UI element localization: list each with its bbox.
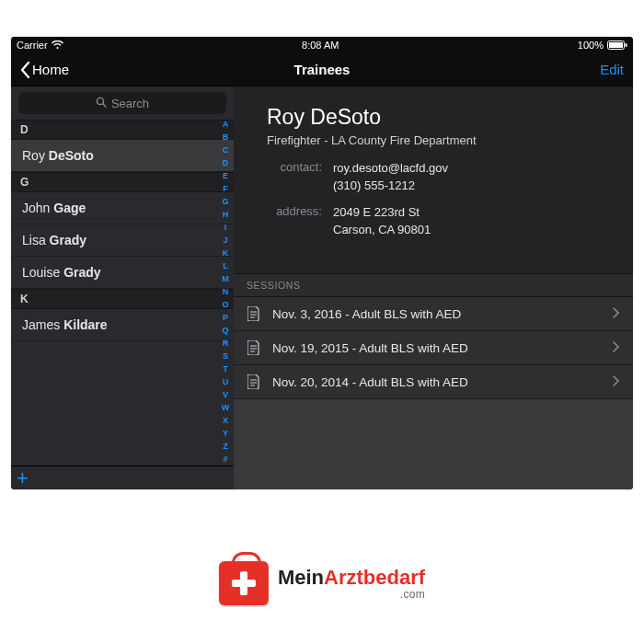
session-row[interactable]: Nov. 19, 2015 - Adult BLS with AED: [234, 331, 633, 365]
chevron-right-icon: [613, 307, 620, 321]
last-name: Kildare: [63, 317, 107, 332]
battery-full-icon: [607, 40, 627, 50]
index-letter[interactable]: A: [223, 118, 229, 131]
index-letter[interactable]: T: [223, 362, 228, 375]
sessions-header: SESSIONS: [234, 273, 633, 297]
edit-button[interactable]: Edit: [600, 62, 624, 77]
list-item[interactable]: John Gage: [11, 192, 234, 224]
search-icon: [96, 97, 107, 110]
index-letter[interactable]: N: [223, 285, 229, 298]
brand-domain: .com: [278, 588, 425, 601]
index-letter[interactable]: L: [223, 259, 228, 272]
index-letter[interactable]: Q: [222, 324, 228, 337]
list-item[interactable]: James Kildare: [11, 309, 234, 341]
chevron-left-icon: [20, 62, 30, 78]
brand-watermark: MeinArztbedarf .com: [219, 561, 425, 605]
index-letter[interactable]: D: [223, 156, 229, 169]
index-letter[interactable]: #: [223, 453, 227, 466]
svg-rect-2: [626, 43, 627, 47]
document-icon: [247, 340, 261, 355]
index-letter[interactable]: G: [222, 195, 228, 208]
status-bar: Carrier 8:08 AM 100%: [11, 37, 633, 53]
section-header: D: [11, 120, 234, 140]
contact-email[interactable]: roy.desoto@lacfd.gov: [333, 160, 448, 178]
first-name: John: [22, 201, 50, 215]
index-letter[interactable]: O: [222, 298, 228, 311]
last-name: Grady: [63, 265, 100, 280]
list-item[interactable]: Roy DeSoto: [11, 140, 234, 172]
list-item[interactable]: Lisa Grady: [11, 224, 234, 257]
svg-line-4: [103, 104, 106, 107]
brand-text-accent: Arztbedarf: [324, 566, 425, 589]
first-name: Louise: [22, 265, 60, 280]
session-row[interactable]: Nov. 3, 2016 - Adult BLS with AED: [234, 297, 633, 331]
section-header: K: [11, 289, 234, 309]
session-label: Nov. 20, 2014 - Adult BLS with AED: [272, 375, 602, 389]
contact-phone[interactable]: (310) 555-1212: [333, 178, 448, 195]
detail-empty-area: [234, 399, 633, 489]
index-letter[interactable]: R: [223, 337, 229, 350]
last-name: DeSoto: [49, 148, 94, 163]
index-letter[interactable]: S: [223, 350, 228, 362]
first-name: Roy: [22, 148, 45, 163]
contact-label: contact:: [267, 160, 322, 195]
trainee-detail: Roy DeSoto Firefighter - LA County Fire …: [234, 86, 633, 489]
address-line1: 2049 E 223rd St: [333, 204, 431, 222]
index-letter[interactable]: Z: [223, 440, 228, 453]
session-label: Nov. 19, 2015 - Adult BLS with AED: [272, 341, 602, 355]
index-letter[interactable]: P: [223, 311, 228, 324]
index-letter[interactable]: V: [223, 388, 228, 401]
index-letter[interactable]: I: [224, 221, 227, 234]
index-bar[interactable]: A B C D E F G H I J K L M N O P Q R S T: [219, 118, 232, 466]
split-view: Search D Roy DeSoto G John Gage Lisa: [11, 86, 633, 489]
index-letter[interactable]: C: [223, 144, 229, 156]
last-name: Gage: [53, 201, 86, 215]
back-button[interactable]: Home: [20, 62, 69, 78]
trainee-sidebar: Search D Roy DeSoto G John Gage Lisa: [11, 86, 234, 489]
address-line2: Carson, CA 90801: [333, 222, 431, 239]
first-name: James: [22, 317, 60, 332]
index-letter[interactable]: E: [223, 169, 228, 182]
medical-bag-icon: [219, 561, 269, 605]
index-letter[interactable]: K: [223, 247, 229, 259]
chevron-right-icon: [613, 375, 620, 389]
session-row[interactable]: Nov. 20, 2014 - Adult BLS with AED: [234, 365, 633, 399]
chevron-right-icon: [613, 341, 620, 355]
trainee-list[interactable]: D Roy DeSoto G John Gage Lisa Grady: [11, 120, 234, 466]
index-letter[interactable]: B: [223, 131, 229, 144]
svg-rect-1: [609, 42, 623, 48]
index-letter[interactable]: U: [223, 375, 229, 388]
first-name: Lisa: [22, 233, 46, 247]
add-trainee-button[interactable]: +: [17, 468, 29, 489]
section-header: G: [11, 172, 234, 192]
battery-pct: 100%: [578, 40, 604, 51]
clock: 8:08 AM: [302, 40, 339, 51]
list-item[interactable]: Louise Grady: [11, 257, 234, 289]
index-letter[interactable]: M: [222, 272, 229, 285]
index-letter[interactable]: F: [223, 182, 228, 195]
page-title: Trainees: [294, 62, 351, 77]
app-window: Carrier 8:08 AM 100% Home Trainees Edit: [11, 37, 633, 489]
index-letter[interactable]: H: [223, 208, 229, 221]
session-label: Nov. 3, 2016 - Adult BLS with AED: [272, 307, 602, 321]
trainee-subtitle: Firefighter - LA County Fire Department: [267, 133, 615, 147]
nav-bar: Home Trainees Edit: [11, 53, 633, 86]
document-icon: [247, 374, 261, 389]
trainee-name: Roy DeSoto: [267, 105, 615, 130]
add-bar: +: [11, 466, 234, 489]
search-placeholder: Search: [111, 97, 149, 110]
document-icon: [247, 306, 261, 321]
back-label: Home: [32, 62, 69, 77]
index-letter[interactable]: W: [222, 401, 230, 414]
index-letter[interactable]: Y: [223, 427, 228, 440]
last-name: Grady: [50, 233, 86, 247]
carrier-label: Carrier: [17, 40, 48, 51]
brand-text-pre: Mein: [278, 566, 324, 589]
wifi-icon: [52, 40, 63, 50]
index-letter[interactable]: J: [223, 234, 227, 247]
index-letter[interactable]: X: [223, 414, 228, 427]
address-label: address:: [267, 204, 322, 239]
search-input[interactable]: Search: [18, 92, 226, 114]
